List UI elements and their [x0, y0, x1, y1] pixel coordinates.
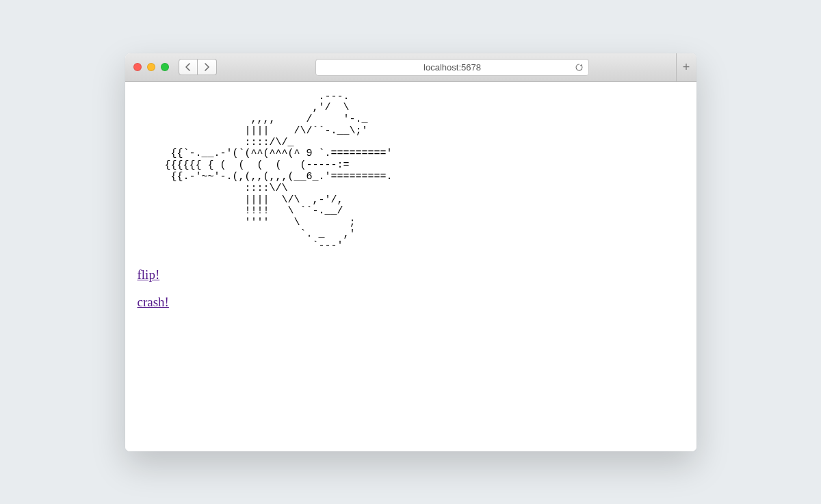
link-row-flip: flip! [138, 267, 684, 282]
chevron-left-icon [184, 62, 192, 72]
close-window-button[interactable] [133, 63, 142, 71]
new-tab-button[interactable]: + [676, 53, 696, 81]
reload-button[interactable] [575, 63, 584, 72]
minimize-window-button[interactable] [147, 63, 155, 71]
ascii-art-lobster: .---. ,'/ \ ,,,, / '-._ |||| /\/``-.__\;… [165, 92, 684, 252]
address-bar[interactable]: localhost:5678 [315, 59, 589, 76]
browser-window: localhost:5678 + .---. ,'/ \ [125, 53, 696, 451]
page-content: .---. ,'/ \ ,,,, / '-._ |||| /\/``-.__\;… [125, 82, 696, 451]
link-row-crash: crash! [138, 295, 684, 310]
plus-icon: + [683, 60, 690, 75]
forward-button[interactable] [198, 59, 217, 75]
reload-icon [575, 63, 584, 72]
zoom-window-button[interactable] [161, 63, 169, 71]
chevron-right-icon [203, 62, 211, 72]
window-controls [133, 63, 169, 71]
nav-buttons [179, 59, 217, 75]
flip-link[interactable]: flip! [138, 267, 160, 282]
url-text: localhost:5678 [423, 62, 481, 72]
back-button[interactable] [179, 59, 198, 75]
address-bar-container: localhost:5678 [231, 59, 675, 76]
titlebar: localhost:5678 + [125, 53, 696, 82]
crash-link[interactable]: crash! [138, 295, 169, 309]
